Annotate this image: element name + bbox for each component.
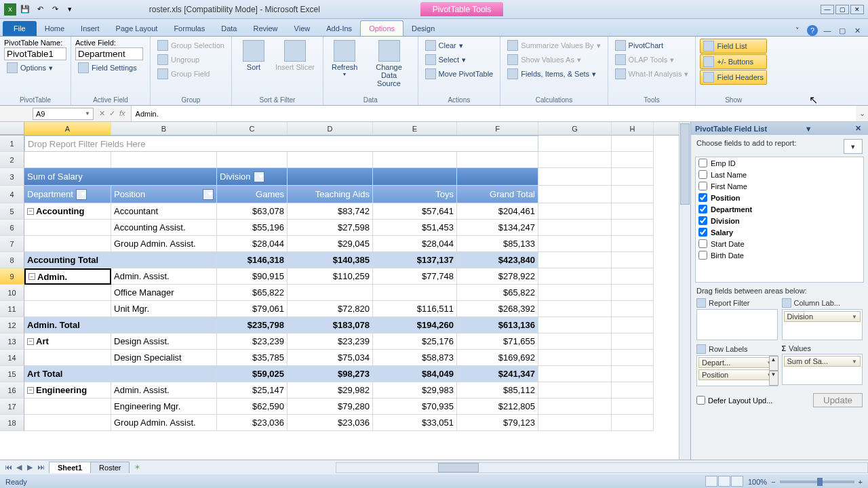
vertical-scrollbar[interactable] [679, 122, 690, 460]
move-pivottable-button[interactable]: Move PivotTable [422, 67, 496, 81]
workbook-close-icon[interactable]: ✕ [852, 25, 863, 36]
area-item-sum-salary[interactable]: Sum of Sa...▼ [784, 356, 861, 367]
tab-data[interactable]: Data [213, 21, 245, 36]
field-item-division[interactable]: Division [696, 215, 863, 226]
field-list-close-icon[interactable]: ✕ [852, 124, 864, 133]
tab-design[interactable]: Design [403, 21, 443, 36]
report-filter-area[interactable] [696, 309, 778, 340]
workbook-minimize-icon[interactable]: ― [822, 25, 833, 36]
pivotchart-button[interactable]: PivotChart [612, 39, 692, 52]
row-area-scroll-up[interactable]: ▲ [769, 356, 778, 371]
field-item-start-date[interactable]: Start Date [696, 238, 863, 249]
zoom-out-icon[interactable]: − [771, 478, 775, 486]
name-box[interactable]: A9▼ [33, 108, 94, 120]
col-header-g[interactable]: G [538, 122, 612, 135]
pivottable-name-input[interactable] [4, 47, 66, 60]
field-list-dropdown-icon[interactable]: ▼ [805, 125, 812, 133]
close-button[interactable]: ✕ [850, 5, 864, 14]
zoom-level[interactable]: 100% [748, 478, 767, 486]
workbook-restore-icon[interactable]: ▢ [837, 25, 848, 36]
tab-options[interactable]: Options [360, 20, 403, 36]
sheet-nav-prev-icon[interactable]: ◀ [14, 463, 24, 472]
update-button[interactable]: Update [813, 393, 863, 407]
sheet-nav-next-icon[interactable]: ▶ [24, 463, 35, 472]
col-header-d[interactable]: D [288, 122, 373, 135]
field-list-toggle[interactable]: Field List [700, 39, 766, 54]
change-data-source-button[interactable]: Change Data Source [365, 39, 414, 89]
insert-slicer-button[interactable]: Insert Slicer [271, 39, 319, 73]
undo-icon[interactable]: ↶ [34, 3, 46, 16]
field-settings-button[interactable]: Field Settings [75, 61, 143, 75]
page-layout-view-icon[interactable] [718, 476, 730, 487]
field-checklist[interactable]: Emp IDLast NameFirst NamePositionDepartm… [695, 157, 864, 283]
show-values-as-button[interactable]: Show Values As ▾ [505, 53, 603, 66]
olap-tools-button[interactable]: OLAP Tools ▾ [612, 53, 692, 66]
values-area[interactable]: Sum of Sa...▼ [782, 354, 863, 385]
plus-minus-buttons-toggle[interactable]: +/- Buttons [700, 54, 766, 69]
new-sheet-icon[interactable]: ✶ [129, 463, 146, 472]
field-headers-toggle[interactable]: Field Headers [700, 70, 766, 85]
col-header-a[interactable]: A [24, 122, 111, 135]
col-header-f[interactable]: F [457, 122, 538, 135]
col-header-b[interactable]: B [111, 122, 217, 135]
zoom-slider[interactable] [780, 481, 854, 483]
field-item-birth-date[interactable]: Birth Date [696, 249, 863, 261]
ungroup-button[interactable]: Ungroup [155, 53, 227, 66]
tab-file[interactable]: File [3, 21, 37, 36]
field-list-layout-button[interactable]: ▾ [844, 139, 863, 154]
field-item-first-name[interactable]: First Name [696, 180, 863, 192]
formula-input[interactable]: Admin. [131, 106, 856, 121]
row-labels-area[interactable]: Depart...▼ Position▼ ▲ ▼ [696, 355, 778, 386]
group-field-button[interactable]: Group Field [155, 67, 227, 81]
tab-formulas[interactable]: Formulas [165, 21, 213, 36]
redo-icon[interactable]: ↷ [49, 3, 61, 16]
help-icon[interactable]: ? [807, 25, 818, 36]
active-field-input[interactable] [75, 47, 143, 60]
options-button[interactable]: Options ▾ [4, 61, 66, 75]
tab-home[interactable]: Home [37, 21, 73, 36]
area-item-position[interactable]: Position▼ [698, 369, 776, 380]
sheet-tab-sheet1[interactable]: Sheet1 [49, 462, 91, 473]
horizontal-scrollbar[interactable] [336, 462, 868, 473]
defer-layout-checkbox[interactable] [696, 396, 705, 405]
clear-button[interactable]: Clear ▾ [422, 39, 496, 52]
select-all-corner[interactable] [0, 122, 24, 135]
zoom-in-icon[interactable]: + [859, 478, 863, 486]
col-header-c[interactable]: C [217, 122, 288, 135]
area-item-department[interactable]: Depart...▼ [698, 357, 776, 368]
normal-view-icon[interactable] [705, 476, 717, 487]
col-header-e[interactable]: E [373, 122, 457, 135]
field-item-position[interactable]: Position [696, 192, 863, 203]
summarize-values-button[interactable]: Summarize Values By ▾ [505, 39, 603, 52]
sort-button[interactable]: Sort [239, 39, 269, 73]
field-item-department[interactable]: Department [696, 203, 863, 215]
whatif-button[interactable]: What-If Analysis ▾ [612, 67, 692, 81]
tab-view[interactable]: View [286, 21, 319, 36]
expand-formula-bar-icon[interactable]: ⌄ [856, 109, 868, 118]
excel-icon[interactable]: X [4, 3, 16, 16]
sheet-nav-first-icon[interactable]: ⏮ [3, 463, 14, 472]
save-icon[interactable]: 💾 [19, 3, 31, 16]
tab-addins[interactable]: Add-Ins [318, 21, 360, 36]
field-item-last-name[interactable]: Last Name [696, 169, 863, 180]
col-header-h[interactable]: H [612, 122, 654, 135]
tab-page-layout[interactable]: Page Layout [108, 21, 166, 36]
field-item-emp-id[interactable]: Emp ID [696, 157, 863, 169]
minimize-button[interactable]: ― [821, 5, 834, 14]
minimize-ribbon-icon[interactable]: ˅ [792, 25, 803, 36]
grid-body[interactable]: 1Drop Report Filter Fields Here23Sum of … [0, 136, 679, 460]
sheet-tab-roster[interactable]: Roster [90, 462, 130, 473]
refresh-button[interactable]: Refresh▾ [328, 39, 362, 79]
group-selection-button[interactable]: Group Selection [155, 39, 227, 52]
row-area-scroll-down[interactable]: ▼ [769, 371, 778, 386]
page-break-view-icon[interactable] [731, 476, 743, 487]
tab-insert[interactable]: Insert [73, 21, 108, 36]
field-item-salary[interactable]: Salary [696, 226, 863, 238]
maximize-button[interactable]: ▢ [835, 5, 849, 14]
fx-icon[interactable]: fx [119, 109, 125, 118]
qat-more-icon[interactable]: ▾ [64, 3, 76, 16]
sheet-nav-last-icon[interactable]: ⏭ [35, 463, 46, 472]
tab-review[interactable]: Review [245, 21, 285, 36]
column-labels-area[interactable]: Division▼ [782, 309, 863, 340]
area-item-division[interactable]: Division▼ [784, 311, 861, 322]
